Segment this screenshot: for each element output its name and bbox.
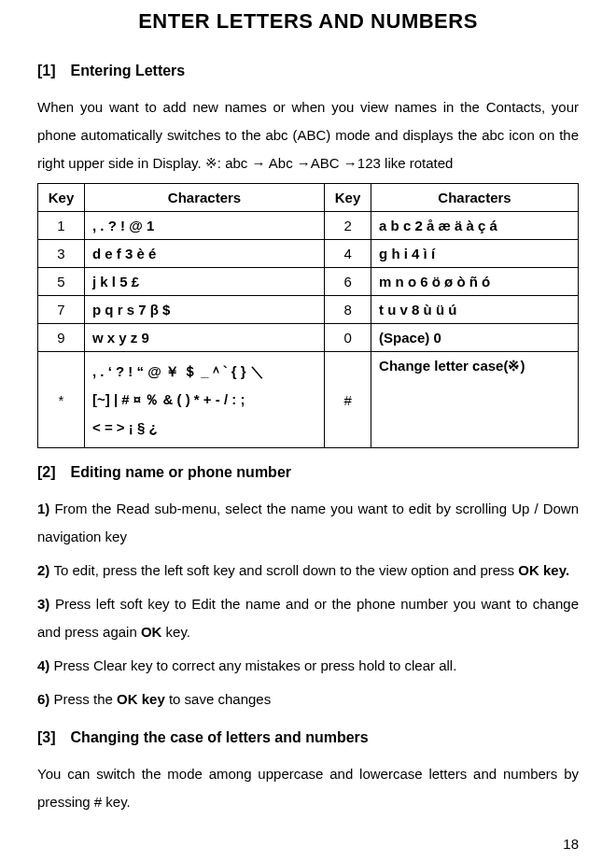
cell-key: 6 <box>325 268 371 296</box>
ok-key-label: OK key <box>117 691 165 707</box>
cell-chars: (Space) 0 <box>371 324 579 352</box>
page-title: ENTER LETTERS AND NUMBERS <box>37 9 579 34</box>
col-key: Key <box>38 184 85 212</box>
cell-chars: p q r s 7 β $ <box>85 296 325 324</box>
step-1: 1) From the Read sub-menu, select the na… <box>37 495 579 551</box>
ok-key-label: OK <box>141 624 162 640</box>
page-number: 18 <box>563 836 579 852</box>
cell-chars: m n o 6 ö ø ò ñ ó <box>371 268 579 296</box>
cell-chars: , . ? ! @ 1 <box>85 212 325 240</box>
step-3: 3) Press left soft key to Edit the name … <box>37 590 579 646</box>
table-row: * , . ‘ ? ! “ @ ￥ ＄ _＾` { } ＼ [~] | # ¤ … <box>38 352 579 448</box>
cell-chars-star: , . ‘ ? ! “ @ ￥ ＄ _＾` { } ＼ [~] | # ¤ ％ … <box>85 352 325 448</box>
section-1-body: When you want to add new names or when y… <box>37 93 579 177</box>
table-row: 7 p q r s 7 β $ 8 t u v 8 ù ü ú <box>38 296 579 324</box>
cell-key: 0 <box>325 324 371 352</box>
cell-chars: a b c 2 å æ ä à ç á <box>371 212 579 240</box>
step-text: From the Read sub-menu, select the name … <box>37 501 579 544</box>
table-header-row: Key Characters Key Characters <box>38 184 579 212</box>
sym-line: < = > ¡ § ¿ <box>92 419 158 435</box>
sym-line: [~] | # ¤ ％ & ( ) * + - / : ; <box>92 391 245 407</box>
cell-key: 7 <box>38 296 85 324</box>
cell-key-hash: # <box>325 352 371 448</box>
cell-key: 3 <box>38 240 85 268</box>
cell-key: 1 <box>38 212 85 240</box>
step-text: To edit, press the left soft key and scr… <box>54 562 519 578</box>
cell-key: 8 <box>325 296 371 324</box>
section-2-heading: [2] Editing name or phone number <box>37 458 579 487</box>
cell-chars: t u v 8 ù ü ú <box>371 296 579 324</box>
cell-key: 5 <box>38 268 85 296</box>
step-text: key. <box>161 624 190 640</box>
ok-key-label: OK key. <box>518 562 569 578</box>
step-text: Press the <box>54 691 118 707</box>
step-text: to save changes <box>165 691 271 707</box>
step-num: 2) <box>37 562 54 578</box>
sym-line: , . ‘ ? ! “ @ ￥ ＄ _＾` { } ＼ <box>92 363 264 379</box>
table-row: 3 d e f 3 è é 4 g h i 4 ì í <box>38 240 579 268</box>
step-text: Press Clear key to correct any mistakes … <box>54 657 457 673</box>
col-characters: Characters <box>85 184 325 212</box>
table-row: 9 w x y z 9 0 (Space) 0 <box>38 324 579 352</box>
step-6: 6) Press the OK key to save changes <box>37 685 579 713</box>
cell-key: 2 <box>325 212 371 240</box>
step-num: 1) <box>37 501 54 516</box>
cell-chars: g h i 4 ì í <box>371 240 579 268</box>
step-num: 3) <box>37 596 55 612</box>
section-3-heading: [3] Changing the case of letters and num… <box>37 723 579 753</box>
step-2: 2) To edit, press the left soft key and … <box>37 557 579 585</box>
section-3-body: You can switch the mode among uppercase … <box>37 760 579 816</box>
cell-chars: d e f 3 è é <box>85 240 325 268</box>
cell-key: 9 <box>38 324 85 352</box>
cell-key: 4 <box>325 240 371 268</box>
step-4: 4) Press Clear key to correct any mistak… <box>37 652 579 680</box>
table-row: 1 , . ? ! @ 1 2 a b c 2 å æ ä à ç á <box>38 212 579 240</box>
section-1-heading: [1] Entering Letters <box>37 56 579 86</box>
cell-chars: w x y z 9 <box>85 324 325 352</box>
col-characters: Characters <box>371 184 579 212</box>
step-num: 6) <box>37 691 54 707</box>
step-text: Press left soft key to Edit the name and… <box>37 596 579 640</box>
cell-chars: j k l 5 £ <box>85 268 325 296</box>
table-row: 5 j k l 5 £ 6 m n o 6 ö ø ò ñ ó <box>38 268 579 296</box>
cell-key-star: * <box>38 352 85 448</box>
col-key: Key <box>325 184 371 212</box>
key-characters-table: Key Characters Key Characters 1 , . ? ! … <box>37 183 579 448</box>
cell-chars-hash: Change letter case(※) <box>371 352 579 448</box>
step-num: 4) <box>37 657 54 673</box>
